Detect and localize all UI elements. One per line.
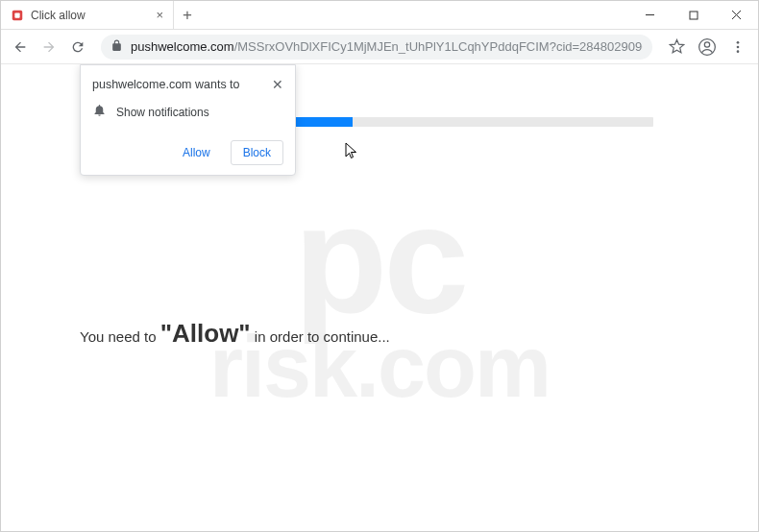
svg-point-9 <box>737 45 740 48</box>
lock-icon <box>110 38 123 56</box>
watermark: pc risk.com <box>209 190 550 406</box>
dialog-body-text: Show notifications <box>116 106 209 119</box>
svg-point-7 <box>704 41 709 46</box>
bookmark-star-icon[interactable] <box>664 35 689 60</box>
back-button[interactable] <box>9 36 32 59</box>
tab-close-icon[interactable]: × <box>156 8 163 22</box>
dialog-title: pushwelcome.com wants to <box>92 78 240 91</box>
new-tab-button[interactable]: + <box>174 1 201 29</box>
bell-icon <box>92 103 107 121</box>
toolbar: pushwelcome.com/MSSrxOVhDlXFICy1MjMJEn_t… <box>1 30 758 64</box>
browser-window: Click allow × + <box>0 0 759 532</box>
tab-favicon <box>11 9 24 22</box>
forward-button[interactable] <box>37 36 61 59</box>
reload-button[interactable] <box>66 36 89 59</box>
menu-icon[interactable] <box>725 35 750 60</box>
minimize-button[interactable] <box>628 1 672 29</box>
allow-button[interactable]: Allow <box>170 140 223 165</box>
instruction-message: You need to "Allow" in order to continue… <box>80 319 390 349</box>
notification-permission-dialog: pushwelcome.com wants to ✕ Show notifica… <box>80 64 296 176</box>
tab-title: Click allow <box>31 9 149 22</box>
window-controls <box>628 1 758 29</box>
msg-prefix: You need to <box>80 328 160 345</box>
profile-icon[interactable] <box>695 35 720 60</box>
svg-rect-3 <box>690 12 698 19</box>
address-bar[interactable]: pushwelcome.com/MSSrxOVhDlXFICy1MjMJEn_t… <box>101 35 652 60</box>
svg-point-8 <box>737 41 740 44</box>
svg-rect-1 <box>14 12 19 17</box>
cursor-icon <box>345 142 358 163</box>
close-button[interactable] <box>715 1 758 29</box>
block-button[interactable]: Block <box>231 140 283 165</box>
maximize-button[interactable] <box>672 1 715 29</box>
url-text: pushwelcome.com/MSSrxOVhDlXFICy1MjMJEn_t… <box>131 39 643 54</box>
dialog-close-icon[interactable]: ✕ <box>272 78 283 91</box>
msg-allow: "Allow" <box>160 319 251 348</box>
url-domain: pushwelcome.com <box>131 39 234 54</box>
browser-tab[interactable]: Click allow × <box>1 1 174 29</box>
page-content: pc risk.com You need to "Allow" in order… <box>1 64 758 531</box>
titlebar: Click allow × + <box>1 1 758 30</box>
svg-point-10 <box>737 50 740 53</box>
url-path: /MSSrxOVhDlXFICy1MjMJEn_tUhPlY1LCqhYPddq… <box>234 39 643 54</box>
msg-suffix: in order to continue... <box>251 328 390 345</box>
